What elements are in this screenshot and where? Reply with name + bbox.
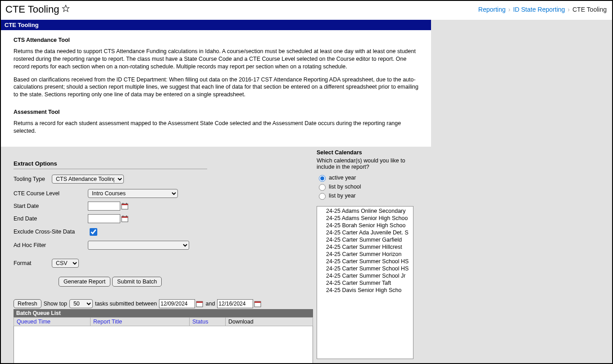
calendar-list-item[interactable]: 24-25 Adams Senior High Schoo	[317, 215, 413, 222]
cts-attendance-heading: CTS Attendance Tool	[14, 36, 420, 44]
svg-rect-12	[254, 301, 261, 303]
page-title-text: CTE Tooling	[5, 4, 59, 15]
submit-to-batch-button[interactable]: Submit to Batch	[112, 277, 162, 287]
show-top-select[interactable]: 50	[69, 299, 93, 308]
adhoc-filter-label: Ad Hoc Filter	[14, 242, 88, 248]
format-select[interactable]: CSV	[52, 259, 79, 268]
calendar-list-item[interactable]: 24-25 Carter Summer School Jr	[317, 272, 413, 279]
radio-label: active year	[329, 175, 356, 181]
calendar-icon[interactable]	[121, 202, 128, 210]
cte-course-level-label: CTE Course Level	[14, 190, 88, 197]
adhoc-filter-select[interactable]	[88, 241, 189, 250]
start-date-input[interactable]	[88, 202, 120, 211]
page-title: CTE Tooling	[5, 4, 70, 15]
breadcrumb-current: CTE Tooling	[572, 6, 607, 13]
svg-rect-10	[196, 301, 203, 303]
svg-rect-3	[123, 203, 123, 204]
col-status[interactable]: Status	[190, 317, 226, 326]
radio-input[interactable]	[319, 175, 326, 182]
calendar-icon[interactable]	[254, 300, 261, 307]
end-date-label: End Date	[14, 216, 88, 222]
cte-course-level-select[interactable]: Intro Courses	[88, 189, 178, 198]
cts-desc-2: Based on clarifications received from th…	[14, 76, 420, 99]
calendar-list-item[interactable]: 24-25 Carter Ada Juvenile Det. S	[317, 229, 413, 236]
calendar-scope-radio[interactable]: active year	[317, 174, 420, 182]
exclude-cross-site-checkbox[interactable]	[90, 228, 97, 236]
queue-date-to-input[interactable]	[217, 299, 253, 308]
chevron-right-icon: ›	[508, 6, 510, 13]
breadcrumb: Reporting › ID State Reporting › CTE Too…	[478, 6, 607, 13]
favorite-star-icon[interactable]	[62, 4, 70, 15]
breadcrumb-reporting[interactable]: Reporting	[478, 6, 506, 13]
svg-marker-0	[63, 5, 69, 12]
svg-rect-7	[123, 216, 123, 217]
batch-queue-heading: Batch Queue List	[14, 309, 313, 317]
right-gutter	[431, 20, 612, 364]
queue-date-from-input[interactable]	[159, 299, 195, 308]
calendar-list-item[interactable]: 24-25 Adams Online Secondary	[317, 207, 413, 215]
radio-input[interactable]	[319, 193, 326, 200]
exclude-cross-site-label: Exclude Cross-Site Data	[14, 229, 88, 235]
tooling-type-label: Tooling Type	[14, 176, 52, 182]
calendar-list-item[interactable]: 24-25 Carter Summer School HS	[317, 258, 413, 265]
calendar-list-item[interactable]: 24-25 Carter Summer Horizon	[317, 251, 413, 258]
cts-desc-1: Returns the data needed to support CTS A…	[14, 48, 420, 71]
radio-label: list by year	[329, 193, 356, 199]
select-calendars-sub: Which calendar(s) would you like to incl…	[317, 157, 420, 170]
svg-rect-4	[126, 203, 127, 204]
radio-input[interactable]	[319, 184, 326, 191]
assessment-heading: Assessment Tool	[14, 108, 420, 116]
calendar-list-item[interactable]: 24-25 Carter Summer Hillcrest	[317, 243, 413, 251]
radio-label: list by school	[329, 184, 361, 190]
format-label: Format	[14, 260, 52, 266]
batch-queue-table: Queued Time Report Title Status Download	[14, 317, 313, 364]
calendar-list-item[interactable]: 24-25 Carter Summer Garfield	[317, 236, 413, 243]
chevron-right-icon: ›	[568, 6, 570, 13]
tasks-between-label: tasks submitted between	[95, 301, 157, 307]
calendar-list-item[interactable]: 24-25 Carter Summer Taft	[317, 279, 413, 287]
section-title-bar: CTE Tooling	[1, 20, 431, 30]
end-date-input[interactable]	[88, 214, 120, 223]
generate-report-button[interactable]: Generate Report	[59, 277, 110, 287]
tooling-type-select[interactable]: CTS Attendance Tooling	[52, 175, 124, 184]
svg-rect-8	[126, 216, 127, 217]
start-date-label: Start Date	[14, 203, 88, 209]
calendar-scope-radio[interactable]: list by year	[317, 192, 420, 200]
col-report-title[interactable]: Report Title	[91, 317, 190, 326]
calendar-list-item[interactable]: 24-25 Carter Summer School HS	[317, 265, 413, 272]
calendar-list-item[interactable]: 24-25 Davis Senior High Scho	[317, 287, 413, 294]
queue-empty-body	[14, 326, 313, 364]
extract-options-heading: Extract Options	[14, 160, 207, 169]
and-label: and	[205, 301, 215, 307]
select-calendars-heading: Select Calendars	[317, 149, 420, 156]
show-top-label: Show top	[44, 301, 67, 307]
assessment-desc: Returns a record for each student assess…	[14, 120, 420, 135]
calendar-listbox[interactable]: 24-25 Adams Online Secondary24-25 Adams …	[317, 206, 413, 359]
col-download: Download	[226, 317, 313, 326]
col-queued-time[interactable]: Queued Time	[14, 317, 91, 326]
calendar-list-item[interactable]: 24-25 Borah Senior High Schoo	[317, 222, 413, 229]
description-panel: CTS Attendance Tool Returns the data nee…	[1, 30, 431, 147]
refresh-button[interactable]: Refresh	[14, 299, 41, 308]
calendar-icon[interactable]	[196, 300, 203, 307]
calendar-icon[interactable]	[121, 215, 128, 222]
calendar-scope-radio[interactable]: list by school	[317, 183, 420, 191]
breadcrumb-state-reporting[interactable]: ID State Reporting	[513, 6, 565, 13]
